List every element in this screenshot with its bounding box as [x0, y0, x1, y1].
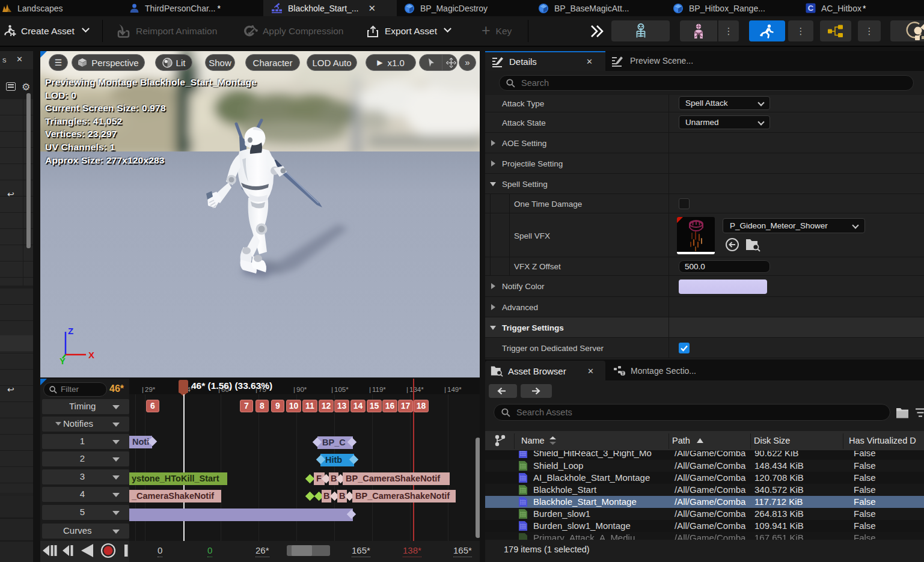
svg-text:Z: Z — [68, 326, 73, 336]
svg-text:Y: Y — [60, 356, 66, 364]
svg-text:C: C — [808, 4, 814, 13]
svg-text:X: X — [88, 350, 94, 360]
